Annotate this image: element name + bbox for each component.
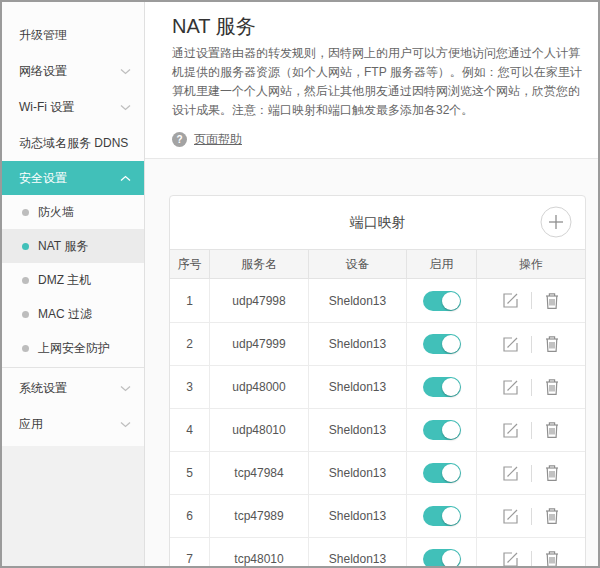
sidebar: 升级管理 网络设置 Wi-Fi 设置 动态域名服务 DDNS 安全设置 防火墙: [2, 2, 145, 566]
row-seq: 5: [170, 452, 210, 494]
divider: [531, 551, 532, 568]
row-device: Sheldon13: [309, 323, 407, 365]
page-help-link[interactable]: ? 页面帮助: [172, 131, 242, 148]
sidebar-item-label: 应用: [19, 416, 43, 433]
table-row: 4 udp48010 Sheldon13: [170, 408, 585, 451]
card-title: 端口映射: [350, 214, 406, 232]
sidebar-item-label: 上网安全防护: [38, 340, 110, 357]
enable-toggle[interactable]: [423, 506, 461, 526]
sidebar-item-wifi[interactable]: Wi-Fi 设置: [2, 89, 144, 125]
divider: [531, 465, 532, 482]
enable-toggle[interactable]: [423, 463, 461, 483]
sidebar-item-mac-filter[interactable]: MAC 过滤: [2, 297, 144, 331]
plus-icon: [540, 226, 572, 241]
enable-toggle[interactable]: [423, 420, 461, 440]
sidebar-item-label: DMZ 主机: [38, 272, 91, 289]
column-header-device: 设备: [309, 250, 407, 278]
card-header: 端口映射: [170, 196, 585, 249]
enable-toggle[interactable]: [423, 291, 461, 311]
sidebar-item-security[interactable]: 安全设置: [2, 161, 144, 195]
row-service-name: tcp47984: [210, 452, 309, 494]
row-seq: 4: [170, 409, 210, 451]
sidebar-item-dmz[interactable]: DMZ 主机: [2, 263, 144, 297]
row-device: Sheldon13: [309, 538, 407, 568]
row-device: Sheldon13: [309, 279, 407, 322]
enable-toggle[interactable]: [423, 334, 461, 354]
row-service-name: udp47999: [210, 323, 309, 365]
sidebar-item-nat[interactable]: NAT 服务: [2, 229, 144, 263]
sidebar-item-system[interactable]: 系统设置: [2, 370, 144, 406]
edit-icon[interactable]: [501, 464, 520, 483]
bullet-icon: [22, 345, 29, 352]
sidebar-item-upgrade[interactable]: 升级管理: [2, 17, 144, 53]
sidebar-item-label: 防火墙: [38, 204, 74, 221]
toggle-knob: [442, 292, 460, 310]
edit-icon[interactable]: [501, 378, 520, 397]
enable-toggle[interactable]: [423, 549, 461, 568]
sidebar-item-label: 安全设置: [19, 170, 67, 187]
edit-icon[interactable]: [501, 507, 520, 526]
delete-icon[interactable]: [543, 291, 561, 311]
row-seq: 2: [170, 323, 210, 365]
sidebar-item-firewall[interactable]: 防火墙: [2, 195, 144, 229]
main-content: NAT 服务 通过设置路由器的转发规则，因特网上的用户可以方便地访问您通过个人计…: [145, 2, 598, 566]
table-row: 6 tcp47989 Sheldon13: [170, 494, 585, 537]
table-row: 3 udp48000 Sheldon13: [170, 365, 585, 408]
row-seq: 1: [170, 279, 210, 322]
sidebar-item-apps[interactable]: 应用: [2, 406, 144, 442]
row-service-name: udp48000: [210, 366, 309, 408]
page-title: NAT 服务: [172, 12, 584, 40]
delete-icon[interactable]: [543, 463, 561, 483]
table-row: 1 udp47998 Sheldon13: [170, 279, 585, 322]
row-service-name: udp48010: [210, 409, 309, 451]
help-icon: ?: [172, 132, 187, 147]
delete-icon[interactable]: [543, 377, 561, 397]
edit-icon[interactable]: [501, 291, 520, 310]
row-seq: 7: [170, 538, 210, 568]
chevron-down-icon: [120, 385, 131, 392]
divider: [531, 336, 532, 353]
table-row: 2 udp47999 Sheldon13: [170, 322, 585, 365]
chevron-down-icon: [120, 68, 131, 75]
table-row: 5 tcp47984 Sheldon13: [170, 451, 585, 494]
port-mapping-card: 端口映射 序号 服务名 设备 启用 操作: [169, 195, 586, 568]
sidebar-item-web-security[interactable]: 上网安全防护: [2, 331, 144, 365]
chevron-down-icon: [120, 104, 131, 111]
chevron-down-icon: [120, 421, 131, 428]
page-header: NAT 服务 通过设置路由器的转发规则，因特网上的用户可以方便地访问您通过个人计…: [145, 2, 598, 159]
add-rule-button[interactable]: [540, 206, 572, 238]
divider: [531, 508, 532, 525]
delete-icon[interactable]: [543, 334, 561, 354]
sidebar-item-label: 网络设置: [19, 63, 67, 80]
sidebar-item-label: 升级管理: [19, 27, 67, 44]
table-row: 7 tcp48010 Sheldon13: [170, 537, 585, 568]
sidebar-item-ddns[interactable]: 动态域名服务 DDNS: [2, 125, 144, 161]
edit-icon[interactable]: [501, 421, 520, 440]
bullet-icon: [22, 277, 29, 284]
delete-icon[interactable]: [543, 506, 561, 526]
table-body: 1 udp47998 Sheldon13: [170, 279, 585, 568]
bullet-icon: [22, 209, 29, 216]
toggle-knob: [442, 378, 460, 396]
page-description: 通过设置路由器的转发规则，因特网上的用户可以方便地访问您通过个人计算机提供的服务…: [172, 44, 584, 120]
edit-icon[interactable]: [501, 550, 520, 568]
row-service-name: tcp48010: [210, 538, 309, 568]
row-device: Sheldon13: [309, 366, 407, 408]
row-device: Sheldon13: [309, 452, 407, 494]
delete-icon[interactable]: [543, 549, 561, 568]
delete-icon[interactable]: [543, 420, 561, 440]
row-seq: 3: [170, 366, 210, 408]
sidebar-item-label: MAC 过滤: [38, 306, 92, 323]
toggle-knob: [442, 335, 460, 353]
content-area: 端口映射 序号 服务名 设备 启用 操作: [145, 159, 598, 568]
divider: [531, 422, 532, 439]
column-header-seq: 序号: [170, 250, 210, 278]
bullet-icon: [22, 243, 29, 250]
toggle-knob: [442, 550, 460, 568]
edit-icon[interactable]: [501, 335, 520, 354]
toggle-knob: [442, 507, 460, 525]
sidebar-item-network[interactable]: 网络设置: [2, 53, 144, 89]
sidebar-item-label: Wi-Fi 设置: [19, 99, 74, 116]
row-seq: 6: [170, 495, 210, 537]
enable-toggle[interactable]: [423, 377, 461, 397]
